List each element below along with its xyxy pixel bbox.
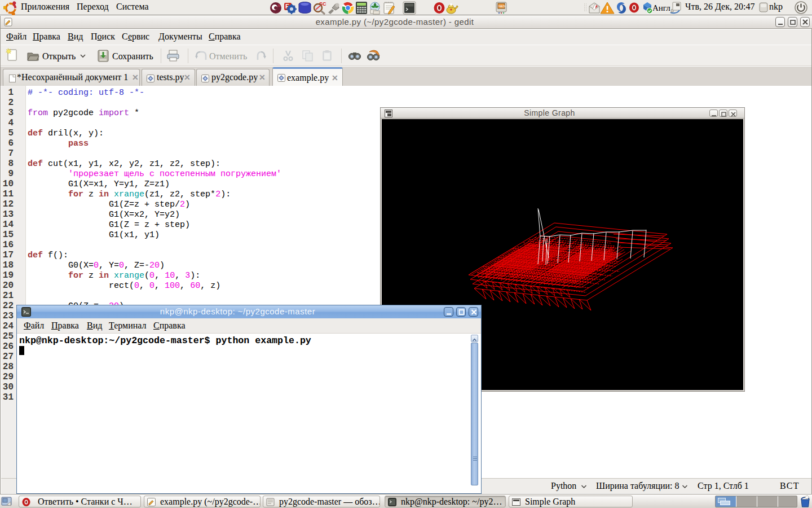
- svg-text:NES: NES: [498, 5, 505, 8]
